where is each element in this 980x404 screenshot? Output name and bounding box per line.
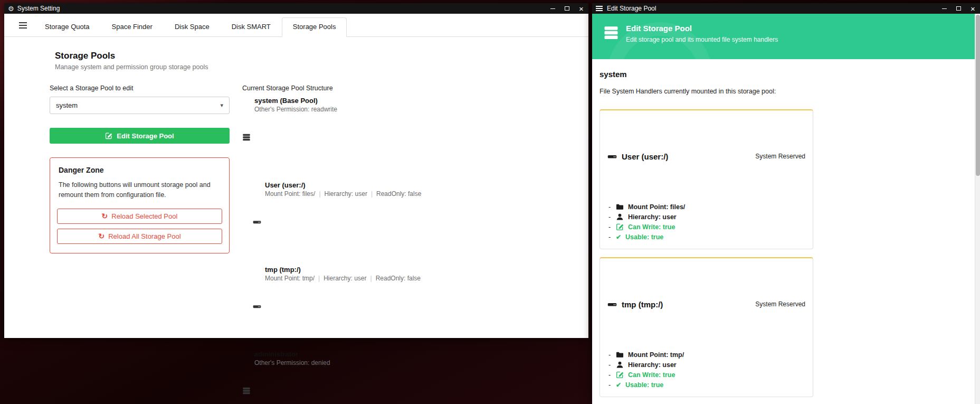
row-text: Usable: true [625, 381, 663, 389]
handler-row-mount-point: - Mount Point: files/ [607, 202, 805, 212]
reload-selected-pool-label: Reload Selected Pool [111, 212, 177, 220]
select-pool-label: Select a Storage Pool to edit [50, 84, 230, 92]
detail-hierarchy: Hierarchy: user [324, 275, 366, 282]
tree-item-title: tmp (tmp:/) [265, 266, 421, 274]
storage-pools-page: Storage Pools Manage system and permissi… [4, 37, 588, 404]
pool-icon [242, 97, 251, 177]
dash: - [607, 381, 612, 389]
refresh-icon: ↻ [98, 232, 104, 240]
system-reserved-badge: System Reserved [755, 300, 805, 308]
tree-item-details: Mount Point: tmp/|Hierarchy: user|ReadOn… [265, 275, 421, 282]
handler-title-text: tmp (tmp:/) [622, 300, 663, 309]
folder-icon [616, 351, 624, 359]
detail-readonly: ReadOnly: false [376, 190, 421, 198]
reload-all-pool-button[interactable]: ↻ Reload All Storage Pool [57, 229, 222, 244]
close-button[interactable]: × [966, 3, 980, 14]
handler-row-hierarchy: - Hierarchy: user [607, 360, 805, 370]
pool-name: system [600, 70, 980, 79]
tab-space-finder[interactable]: Space Finder [101, 17, 164, 37]
close-icon: × [971, 5, 975, 13]
handler-row-can-write: - Can Write: true [607, 370, 805, 380]
reload-selected-pool-button[interactable]: ↻ Reload Selected Pool [57, 209, 222, 224]
danger-zone-card: Danger Zone The following buttons will u… [50, 157, 230, 253]
page-subtitle: Manage system and permission group stora… [55, 63, 567, 71]
edit-pool-titlebar[interactable]: Edit Storage Pool × [592, 3, 980, 14]
detail-hierarchy: Hierarchy: user [325, 190, 367, 198]
edit-storage-pool-window: Edit Storage Pool × Edit Storage Pool Ed… [592, 3, 980, 404]
tab-disk-smart[interactable]: Disk SMART [221, 17, 282, 37]
menu-button[interactable] [12, 14, 34, 36]
hamburger-icon [19, 22, 27, 29]
scrollbar-thumb[interactable] [976, 15, 980, 176]
row-text: Mount Point: files/ [628, 203, 685, 211]
tree-item-details: Mount Point: files/|Hierarchy: user|Read… [265, 190, 421, 198]
maximize-icon [956, 6, 961, 11]
separator: | [318, 275, 320, 282]
handler-row-usable: - ✔ Usable: true [607, 232, 805, 242]
minimize-icon [942, 8, 947, 9]
structure-label: Current Storage Pool Structure [242, 84, 567, 92]
separator: | [370, 275, 372, 282]
folder-icon [616, 203, 624, 211]
separator: | [371, 190, 373, 198]
handler-title: User (user:/) [607, 117, 668, 196]
row-text: Usable: true [625, 233, 663, 241]
pool-select[interactable]: system ▾ [50, 97, 230, 114]
pool-structure-column: Current Storage Pool Structure system (B… [242, 83, 567, 404]
edit-icon [616, 371, 624, 379]
minimize-button[interactable] [937, 3, 952, 14]
page-title: Storage Pools [55, 51, 567, 61]
system-setting-titlebar[interactable]: ⚙ System Setting × [4, 3, 588, 14]
minimize-icon [550, 8, 555, 9]
tree-item-title: administrator [254, 350, 330, 358]
close-button[interactable]: × [574, 3, 588, 14]
scrollbar-track[interactable] [975, 14, 980, 404]
row-text: Mount Point: tmp/ [628, 351, 684, 359]
handler-title-text: User (user:/) [622, 152, 668, 161]
user-icon [616, 213, 624, 221]
tree-item-permission: Other's Permission: readwrite [254, 106, 337, 113]
detail-mount-point: Mount Point: tmp/ [265, 275, 315, 282]
handler-row-usable: - ✔ Usable: true [607, 380, 805, 390]
maximize-button[interactable] [952, 3, 966, 14]
gear-icon: ⚙ [8, 5, 14, 12]
handler-card-user: User (user:/) System Reserved - Mount Po… [600, 109, 813, 249]
hdd-icon [253, 266, 261, 346]
dash: - [607, 203, 612, 211]
tab-storage-quota[interactable]: Storage Quota [34, 17, 101, 37]
edit-icon [105, 132, 112, 139]
tab-bar: Storage Quota Space Finder Disk Space Di… [4, 14, 588, 37]
handler-row-hierarchy: - Hierarchy: user [607, 212, 805, 222]
reload-all-pool-label: Reload All Storage Pool [108, 232, 180, 240]
tab-disk-space[interactable]: Disk Space [164, 17, 221, 37]
danger-zone-text: The following buttons will unmount stora… [59, 180, 221, 201]
tree-item-system: system (Base Pool) Other's Permission: r… [242, 97, 567, 177]
pool-structure-tree: system (Base Pool) Other's Permission: r… [242, 97, 567, 404]
edit-storage-pool-label: Edit Storage Pool [117, 132, 174, 140]
hdd-icon [607, 117, 617, 196]
maximize-button[interactable] [560, 3, 574, 14]
tree-item-administrator: administrator Other's Permission: denied [242, 350, 567, 404]
edit-pool-header: Edit Storage Pool Edit storage pool and … [592, 14, 980, 59]
danger-zone-title: Danger Zone [59, 166, 221, 174]
system-setting-window: ⚙ System Setting × Storage Quota Space F… [4, 3, 588, 338]
dash: - [607, 213, 612, 221]
check-icon: ✔ [616, 382, 621, 388]
row-text: Can Write: true [628, 223, 675, 231]
window-title: System Setting [17, 5, 60, 12]
separator: | [319, 190, 320, 198]
handler-row-can-write: - Can Write: true [607, 222, 805, 232]
handler-row-mount-point: - Mount Point: tmp/ [607, 350, 805, 360]
row-text: Hierarchy: user [628, 213, 677, 221]
handler-title: tmp (tmp:/) [607, 265, 663, 344]
tree-item-user: User (user:/) Mount Point: files/|Hierar… [253, 181, 567, 261]
pool-icon [603, 25, 619, 41]
minimize-button[interactable] [546, 3, 560, 14]
detail-mount-point: Mount Point: files/ [265, 190, 315, 198]
dash: - [607, 361, 612, 369]
window-title: Edit Storage Pool [607, 5, 656, 12]
dash: - [607, 223, 612, 231]
tab-storage-pools[interactable]: Storage Pools [282, 17, 347, 37]
edit-pool-content: system File System Handlers currently mo… [592, 59, 980, 404]
edit-storage-pool-button[interactable]: Edit Storage Pool [50, 128, 230, 144]
